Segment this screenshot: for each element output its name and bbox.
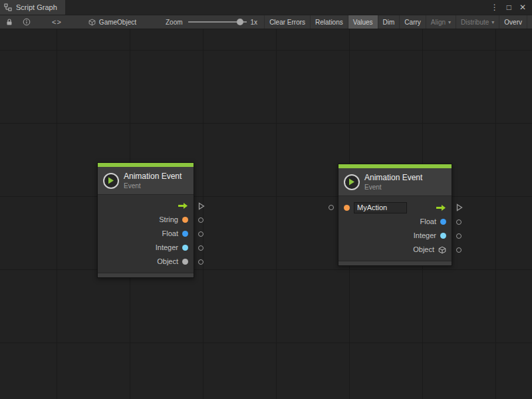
float-port-dot <box>440 219 446 225</box>
toolbar-buttons: Clear Errors Relations Values Dim Carry … <box>264 15 527 29</box>
event-play-icon <box>103 173 119 189</box>
node-footer <box>98 273 194 277</box>
node-title: Animation Event <box>364 174 422 182</box>
integer-port-dot <box>440 233 446 239</box>
tab-script-graph[interactable]: Script Graph <box>0 0 65 15</box>
node-subtitle: Event <box>364 184 422 191</box>
gameobject-icon <box>88 19 96 26</box>
float-output-port[interactable] <box>456 219 462 225</box>
menu-icon[interactable]: ⋮ <box>491 3 499 11</box>
lock-icon[interactable] <box>5 15 13 29</box>
node-header[interactable]: Animation Event Event <box>338 168 452 196</box>
node-body: Float Integer Object <box>338 196 452 261</box>
port-row-string: String <box>98 213 194 227</box>
flow-arrow-icon <box>178 202 188 209</box>
zoom-label: Zoom <box>166 15 183 29</box>
port-row-integer: Integer <box>98 241 194 255</box>
graph-canvas[interactable]: Animation Event Event <box>0 29 532 399</box>
node-title: Animation Event <box>124 172 182 181</box>
overview-button[interactable]: Overv <box>499 15 527 29</box>
node-subtitle: Event <box>124 182 182 190</box>
gameobject-label: GameObject <box>99 19 136 26</box>
zoom-value: 1x <box>251 15 258 29</box>
port-row-integer: Integer <box>338 229 452 243</box>
port-row-float: Float <box>338 215 452 229</box>
flow-output-port[interactable] <box>456 203 463 211</box>
node-footer <box>338 261 452 265</box>
node-header[interactable]: Animation Event Event <box>98 167 194 195</box>
name-input-row <box>338 200 452 215</box>
name-input-port[interactable] <box>329 205 334 210</box>
port-row-object: Object <box>338 243 452 257</box>
object-output-port[interactable] <box>456 247 462 253</box>
object-port-dot <box>182 259 188 265</box>
action-name-input[interactable] <box>354 202 407 213</box>
event-play-icon <box>344 174 360 190</box>
zoom-slider-thumb[interactable] <box>237 19 243 25</box>
carry-button[interactable]: Carry <box>400 15 426 29</box>
port-row-float: Float <box>98 227 194 241</box>
dim-button[interactable]: Dim <box>378 15 400 29</box>
float-output-port[interactable] <box>198 231 203 237</box>
node-body: String Float Integer Object <box>98 195 194 273</box>
align-button[interactable]: Align ▾ <box>426 15 456 29</box>
code-icon[interactable]: <> <box>52 15 62 29</box>
name-port-dot <box>344 205 350 211</box>
window-controls: ⋮ □ ✕ <box>491 0 532 15</box>
node-animation-event-1[interactable]: Animation Event Event <box>97 162 194 278</box>
close-icon[interactable]: ✕ <box>519 3 526 11</box>
object-output-port[interactable] <box>198 259 203 265</box>
flow-output-row <box>98 199 194 213</box>
flow-output-port[interactable] <box>198 202 205 210</box>
tab-bar: Script Graph ⋮ □ ✕ <box>0 0 532 15</box>
integer-output-port[interactable] <box>456 233 462 239</box>
distribute-button[interactable]: Distribute ▾ <box>456 15 499 29</box>
float-port-dot <box>182 231 188 237</box>
maximize-icon[interactable]: □ <box>507 3 511 11</box>
relations-button[interactable]: Relations <box>311 15 348 29</box>
node-animation-event-2[interactable]: Animation Event Event <box>338 164 452 266</box>
string-output-port[interactable] <box>198 217 203 223</box>
graph-icon <box>4 3 12 11</box>
values-button[interactable]: Values <box>348 15 378 29</box>
chevron-down-icon: ▾ <box>448 19 451 25</box>
script-graph-window: Script Graph ⋮ □ ✕ <> <box>0 0 532 399</box>
string-port-dot <box>182 217 188 223</box>
integer-port-dot <box>182 245 188 251</box>
zoom-slider[interactable] <box>188 15 247 29</box>
flow-arrow-icon <box>436 204 446 211</box>
info-icon[interactable] <box>23 15 31 29</box>
port-row-object: Object <box>98 255 194 269</box>
gameobject-selector[interactable]: GameObject <box>88 15 136 29</box>
cube-icon <box>438 246 446 254</box>
clear-errors-button[interactable]: Clear Errors <box>264 15 311 29</box>
graph-toolbar: <> GameObject Zoom 1x Clear Errors Relat… <box>0 15 532 29</box>
chevron-down-icon: ▾ <box>491 19 494 25</box>
tab-title: Script Graph <box>16 3 57 11</box>
integer-output-port[interactable] <box>198 245 203 251</box>
